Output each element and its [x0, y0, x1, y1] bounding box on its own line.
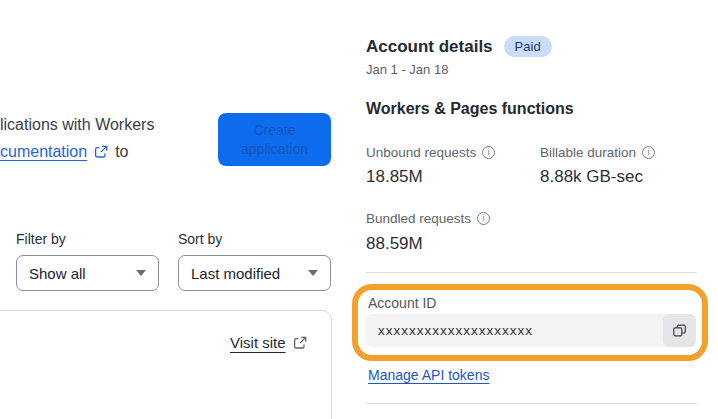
unbound-requests-label: Unbound requests i — [366, 145, 495, 160]
account-id-input[interactable] — [366, 323, 663, 338]
workers-pages-dashboard: lications with Workers cumentation to Cr… — [0, 0, 718, 419]
chevron-down-icon — [308, 270, 318, 276]
filter-by-label: Filter by — [16, 231, 66, 247]
date-range: Jan 1 - Jan 18 — [366, 62, 448, 77]
info-icon[interactable]: i — [477, 212, 490, 225]
workers-pages-functions-heading: Workers & Pages functions — [366, 100, 574, 118]
info-icon[interactable]: i — [642, 146, 655, 159]
filter-select[interactable]: Show all — [16, 255, 159, 291]
account-id-field — [366, 314, 696, 347]
project-card — [0, 310, 332, 419]
filter-select-value: Show all — [29, 265, 86, 282]
sort-by-label: Sort by — [178, 231, 222, 247]
documentation-link[interactable]: cumentation — [0, 143, 87, 161]
copy-icon — [672, 323, 687, 338]
account-details-title: Account details — [366, 37, 493, 57]
unbound-requests-value: 18.85M — [366, 167, 423, 187]
billable-duration-value: 8.88k GB-sec — [540, 167, 643, 187]
account-id-label: Account ID — [368, 295, 436, 311]
sort-select-value: Last modified — [191, 265, 280, 282]
manage-api-tokens-link[interactable]: Manage API tokens — [368, 367, 489, 383]
divider — [366, 272, 697, 273]
account-details-heading: Account details Paid — [366, 36, 552, 57]
visit-site-label: Visit site — [230, 334, 286, 351]
external-link-icon — [293, 336, 307, 350]
bundled-requests-value: 88.59M — [366, 234, 423, 254]
intro-text-suffix: to — [115, 143, 128, 161]
billable-duration-label: Billable duration i — [540, 145, 655, 160]
copy-button[interactable] — [663, 314, 696, 347]
chevron-down-icon — [136, 270, 146, 276]
intro-text-line2: cumentation to — [0, 143, 129, 161]
visit-site-link[interactable]: Visit site — [230, 334, 307, 351]
external-link-icon — [94, 145, 108, 159]
info-icon[interactable]: i — [482, 146, 495, 159]
paid-badge: Paid — [504, 36, 552, 57]
create-application-button[interactable]: Create application — [218, 113, 331, 166]
sort-select[interactable]: Last modified — [178, 255, 331, 291]
bundled-requests-label: Bundled requests i — [366, 211, 490, 226]
intro-text-line1: lications with Workers — [0, 116, 154, 134]
divider — [366, 403, 697, 404]
